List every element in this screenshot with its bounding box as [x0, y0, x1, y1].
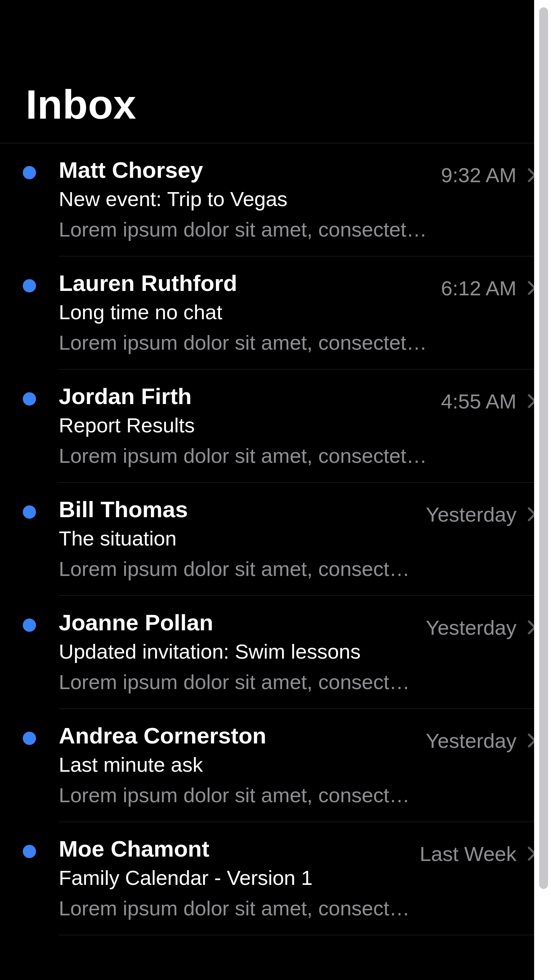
message-item[interactable]: Lauren RuthfordLong time no chatLorem ip… — [0, 256, 551, 369]
scrollbar[interactable] — [539, 7, 548, 889]
message-subject: Long time no chat — [59, 299, 434, 326]
message-item[interactable]: Matt ChorseyNew event: Trip to VegasLore… — [0, 143, 551, 256]
unread-indicator-column — [0, 835, 59, 858]
message-timestamp: 6:12 AM — [441, 276, 516, 300]
inbox-viewport: Inbox Matt ChorseyNew event: Trip to Veg… — [0, 0, 551, 980]
message-sender: Matt Chorsey — [59, 156, 434, 184]
message-timestamp: Yesterday — [426, 729, 516, 752]
message-content: Andrea CornerstonLast minute askLorem ip… — [59, 722, 426, 809]
message-preview: Lorem ipsum dolor sit amet, consectetur … — [59, 782, 419, 809]
message-timestamp: Last Week — [419, 842, 516, 866]
message-item[interactable]: Bill ThomasThe situationLorem ipsum dolo… — [0, 483, 551, 596]
message-timestamp: 4:55 AM — [441, 389, 516, 413]
message-timestamp: Yesterday — [426, 616, 516, 640]
message-sender: Jordan Firth — [59, 383, 434, 410]
message-preview: Lorem ipsum dolor sit amet, consectetur … — [59, 442, 434, 469]
unread-dot-icon — [23, 732, 36, 745]
unread-dot-icon — [23, 845, 36, 858]
message-sender: Moe Chamont — [59, 835, 412, 862]
message-content: Bill ThomasThe situationLorem ipsum dolo… — [59, 496, 426, 582]
message-sender: Joanne Pollan — [59, 609, 419, 636]
unread-dot-icon — [23, 506, 36, 519]
message-subject: Last minute ask — [59, 751, 419, 778]
message-meta: Yesterday — [426, 496, 536, 527]
unread-dot-icon — [23, 392, 36, 406]
unread-indicator-column — [0, 270, 59, 293]
page-header: Inbox — [0, 0, 551, 143]
message-meta: Last Week — [419, 835, 536, 866]
message-subject: Report Results — [59, 412, 434, 439]
message-preview: Lorem ipsum dolor sit amet, consectetur … — [59, 556, 419, 582]
message-subject: Updated invitation: Swim lessons — [59, 638, 419, 665]
message-list[interactable]: Matt ChorseyNew event: Trip to VegasLore… — [0, 143, 551, 935]
message-item[interactable]: Joanne PollanUpdated invitation: Swim le… — [0, 596, 551, 709]
page-title: Inbox — [26, 81, 525, 128]
message-meta: 9:32 AM — [441, 156, 536, 187]
unread-indicator-column — [0, 156, 59, 179]
unread-indicator-column — [0, 383, 59, 406]
message-content: Joanne PollanUpdated invitation: Swim le… — [59, 609, 426, 696]
message-meta: 6:12 AM — [441, 270, 536, 300]
message-meta: 4:55 AM — [441, 383, 536, 413]
message-meta: Yesterday — [426, 722, 536, 752]
unread-dot-icon — [23, 279, 36, 293]
unread-dot-icon — [23, 166, 36, 179]
list-divider — [59, 935, 551, 935]
message-preview: Lorem ipsum dolor sit amet, consectetur … — [59, 669, 419, 696]
message-content: Lauren RuthfordLong time no chatLorem ip… — [59, 270, 441, 356]
message-content: Moe ChamontFamily Calendar - Version 1Lo… — [59, 835, 419, 922]
message-subject: Family Calendar - Version 1 — [59, 865, 412, 891]
unread-dot-icon — [23, 619, 36, 632]
message-sender: Andrea Cornerston — [59, 722, 419, 749]
unread-indicator-column — [0, 722, 59, 745]
message-preview: Lorem ipsum dolor sit amet, consectetur … — [59, 895, 412, 922]
message-preview: Lorem ipsum dolor sit amet, consectetur … — [59, 216, 434, 243]
message-subject: The situation — [59, 525, 419, 552]
message-timestamp: 9:32 AM — [441, 163, 516, 187]
message-meta: Yesterday — [426, 609, 536, 640]
message-content: Jordan FirthReport ResultsLorem ipsum do… — [59, 383, 441, 469]
message-subject: New event: Trip to Vegas — [59, 186, 434, 213]
unread-indicator-column — [0, 609, 59, 632]
message-preview: Lorem ipsum dolor sit amet, consectetur … — [59, 329, 434, 356]
message-timestamp: Yesterday — [426, 503, 516, 527]
message-item[interactable]: Moe ChamontFamily Calendar - Version 1Lo… — [0, 822, 551, 935]
unread-indicator-column — [0, 496, 59, 519]
message-sender: Lauren Ruthford — [59, 270, 434, 297]
message-sender: Bill Thomas — [59, 496, 419, 523]
message-item[interactable]: Jordan FirthReport ResultsLorem ipsum do… — [0, 369, 551, 483]
message-item[interactable]: Andrea CornerstonLast minute askLorem ip… — [0, 709, 551, 822]
message-content: Matt ChorseyNew event: Trip to VegasLore… — [59, 156, 441, 243]
